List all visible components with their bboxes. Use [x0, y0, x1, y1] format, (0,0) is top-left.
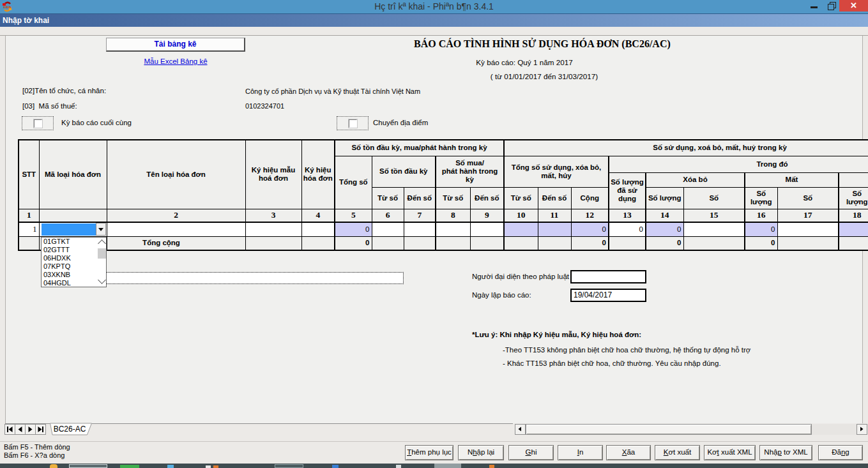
svg-text:mbh: mbh [3, 5, 11, 9]
svg-text:BC26-AC: BC26-AC [54, 425, 86, 434]
